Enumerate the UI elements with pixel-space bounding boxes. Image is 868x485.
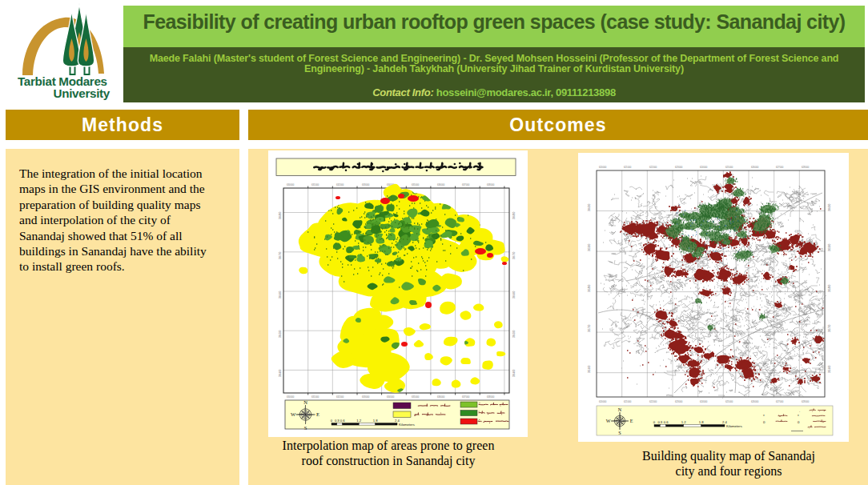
svg-text:1.2: 1.2 <box>681 420 686 424</box>
svg-text:W: W <box>291 411 296 417</box>
svg-text:396700: 396700 <box>512 251 516 259</box>
svg-text:620000: 620000 <box>599 166 607 169</box>
svg-text:395900: 395900 <box>588 243 591 251</box>
svg-text:395800: 395800 <box>588 284 591 292</box>
svg-text:395700: 395700 <box>588 324 591 332</box>
svg-text:621000: 621000 <box>624 400 632 403</box>
svg-text:N: N <box>618 407 622 412</box>
svg-text:630000: 630000 <box>287 183 295 186</box>
svg-text:637000: 637000 <box>462 395 470 399</box>
svg-text:396400: 396400 <box>279 369 282 377</box>
svg-text:University: University <box>54 86 111 100</box>
svg-text:396700: 396700 <box>279 251 282 259</box>
svg-text:626000: 626000 <box>751 166 759 169</box>
svg-text:1.8: 1.8 <box>699 420 704 424</box>
svg-text:631000: 631000 <box>311 183 319 186</box>
svg-text:395700: 395700 <box>828 324 831 332</box>
svg-text:Kilometers: Kilometers <box>726 424 742 428</box>
svg-text:0.6: 0.6 <box>340 419 345 423</box>
svg-text:395600: 395600 <box>588 365 591 373</box>
svg-text:623000: 623000 <box>675 400 683 403</box>
svg-text:625000: 625000 <box>725 166 733 169</box>
svg-text:626000: 626000 <box>751 400 759 403</box>
svg-text:396000: 396000 <box>828 203 831 211</box>
svg-text:620000: 620000 <box>599 400 607 403</box>
svg-text:396600: 396600 <box>279 291 282 299</box>
svg-text:396500: 396500 <box>512 330 516 338</box>
svg-text:0.3: 0.3 <box>335 419 340 423</box>
svg-text:1.2: 1.2 <box>356 419 361 423</box>
svg-text:631000: 631000 <box>311 395 319 399</box>
svg-text:622000: 622000 <box>649 166 657 169</box>
svg-text:636000: 636000 <box>437 395 445 399</box>
svg-text:.: . <box>799 409 800 413</box>
svg-text:628000: 628000 <box>802 166 810 169</box>
svg-text:635000: 635000 <box>412 395 420 399</box>
svg-text:633000: 633000 <box>362 395 370 399</box>
svg-text:E: E <box>630 419 633 423</box>
svg-text:*: * <box>798 415 799 419</box>
svg-text:W: W <box>606 419 611 423</box>
svg-text:634000: 634000 <box>387 395 395 399</box>
svg-text:Kilometers: Kilometers <box>399 423 415 427</box>
svg-text:N: N <box>303 399 307 405</box>
svg-text:627000: 627000 <box>776 166 784 169</box>
svg-text:396000: 396000 <box>588 203 591 211</box>
svg-text:632000: 632000 <box>336 395 344 399</box>
svg-text:624000: 624000 <box>700 400 708 403</box>
svg-text:396500: 396500 <box>279 330 282 338</box>
svg-text:E: E <box>316 411 319 417</box>
svg-text:635000: 635000 <box>412 183 420 186</box>
svg-text:623000: 623000 <box>675 166 683 169</box>
svg-text:633000: 633000 <box>362 183 370 186</box>
svg-text:1.8: 1.8 <box>373 419 378 423</box>
svg-text:395800: 395800 <box>828 284 831 292</box>
svg-text:396400: 396400 <box>512 369 516 377</box>
svg-text:0.3: 0.3 <box>657 420 662 424</box>
svg-text:632000: 632000 <box>336 183 344 186</box>
svg-text:395600: 395600 <box>828 365 831 373</box>
svg-text:636000: 636000 <box>437 183 445 186</box>
svg-text:628000: 628000 <box>802 400 810 403</box>
svg-text:396800: 396800 <box>512 211 516 219</box>
svg-text:627000: 627000 <box>776 400 784 403</box>
svg-text:630000: 630000 <box>287 395 295 399</box>
svg-text:637000: 637000 <box>462 183 470 186</box>
svg-text:638000: 638000 <box>487 183 495 186</box>
svg-text:396800: 396800 <box>279 211 282 219</box>
svg-text:624000: 624000 <box>700 166 708 169</box>
svg-text:638000: 638000 <box>487 395 495 399</box>
svg-text:621000: 621000 <box>624 166 632 169</box>
svg-text:396600: 396600 <box>512 291 516 299</box>
svg-text:0.6: 0.6 <box>664 420 669 424</box>
svg-text:395900: 395900 <box>828 243 831 251</box>
svg-text:*: * <box>763 415 765 419</box>
svg-text:S: S <box>304 425 307 431</box>
svg-text:622000: 622000 <box>649 400 657 403</box>
svg-text:625000: 625000 <box>725 400 733 403</box>
